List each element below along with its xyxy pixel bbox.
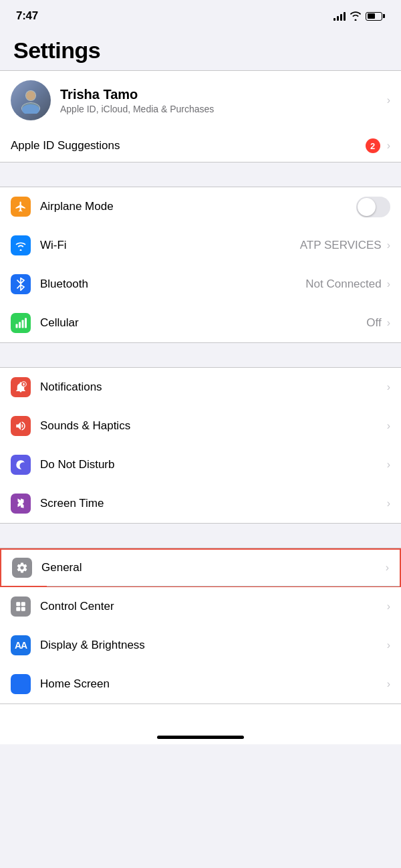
airplane-mode-toggle[interactable] xyxy=(356,197,390,217)
cellular-icon xyxy=(11,313,31,333)
do-not-disturb-chevron-icon: › xyxy=(387,459,390,471)
general-chevron-icon: › xyxy=(386,562,389,574)
do-not-disturb-icon xyxy=(11,455,31,475)
control-center-label: Control Center xyxy=(40,600,386,613)
bluetooth-label: Bluetooth xyxy=(40,278,305,291)
control-center-icon xyxy=(11,596,31,617)
wifi-value: ATP SERVICES xyxy=(300,239,382,252)
cellular-label: Cellular xyxy=(40,316,366,330)
sounds-haptics-chevron-icon: › xyxy=(387,420,390,432)
bluetooth-value: Not Connected xyxy=(305,278,381,291)
spacer-2 xyxy=(0,343,401,367)
airplane-mode-label: Airplane Mode xyxy=(40,200,356,213)
display-brightness-label: Display & Brightness xyxy=(40,639,386,652)
status-icons xyxy=(333,11,385,21)
control-center-chevron-icon: › xyxy=(387,601,390,613)
home-screen-chevron-icon: › xyxy=(387,678,390,690)
bluetooth-chevron-icon: › xyxy=(387,278,390,290)
screen-time-chevron-icon: › xyxy=(387,498,390,510)
home-screen-icon xyxy=(11,674,31,694)
screen-time-icon xyxy=(11,494,31,514)
profile-name: Trisha Tamo xyxy=(60,87,386,102)
wifi-chevron-icon: › xyxy=(387,239,390,251)
airplane-mode-icon xyxy=(11,197,31,217)
cellular-row[interactable]: Cellular Off › xyxy=(0,304,401,342)
apple-id-suggestions-label: Apple ID Suggestions xyxy=(11,139,366,152)
connectivity-group: Airplane Mode Wi-Fi ATP SERVICES › Bluet… xyxy=(0,187,401,343)
general-row[interactable]: General › xyxy=(0,548,401,587)
sounds-haptics-label: Sounds & Haptics xyxy=(40,419,386,433)
avatar xyxy=(11,80,51,120)
spacer-3 xyxy=(0,524,401,548)
svg-rect-15 xyxy=(21,607,25,611)
sounds-haptics-row[interactable]: Sounds & Haptics › xyxy=(0,407,401,445)
svg-rect-11 xyxy=(23,383,24,386)
home-screen-row[interactable]: Home Screen › xyxy=(0,665,401,703)
svg-point-4 xyxy=(26,91,35,100)
bluetooth-icon xyxy=(11,274,31,294)
do-not-disturb-row[interactable]: Do Not Disturb › xyxy=(0,445,401,484)
display-brightness-icon: AA xyxy=(11,635,31,655)
cellular-value: Off xyxy=(366,316,381,330)
screen-time-label: Screen Time xyxy=(40,497,386,510)
apple-id-badge: 2 xyxy=(366,138,380,153)
signal-strength-icon xyxy=(333,11,346,21)
suggestions-chevron-icon: › xyxy=(387,140,390,152)
wifi-settings-icon xyxy=(11,235,31,255)
svg-rect-13 xyxy=(21,602,25,606)
control-center-row[interactable]: Control Center › xyxy=(0,587,401,626)
notifications-chevron-icon: › xyxy=(387,381,390,393)
page-title: Settings xyxy=(13,37,388,64)
profile-group: Trisha Tamo Apple ID, iCloud, Media & Pu… xyxy=(0,70,401,162)
home-screen-label: Home Screen xyxy=(40,677,386,691)
svg-rect-9 xyxy=(25,318,27,328)
status-time: 7:47 xyxy=(16,9,38,23)
cellular-chevron-icon: › xyxy=(387,317,390,329)
status-bar: 7:47 xyxy=(0,0,401,27)
home-indicator-bar xyxy=(157,736,244,739)
general-icon xyxy=(12,558,32,578)
battery-icon xyxy=(366,12,385,21)
svg-rect-6 xyxy=(16,324,18,328)
general-group: General › Control Center › AA Display & … xyxy=(0,548,401,704)
spacer-1 xyxy=(0,162,401,187)
screen-time-row[interactable]: Screen Time › xyxy=(0,484,401,523)
home-indicator-area xyxy=(0,704,401,744)
svg-rect-12 xyxy=(16,602,20,606)
bluetooth-row[interactable]: Bluetooth Not Connected › xyxy=(0,265,401,304)
profile-row[interactable]: Trisha Tamo Apple ID, iCloud, Media & Pu… xyxy=(0,71,401,130)
airplane-mode-row[interactable]: Airplane Mode xyxy=(0,187,401,226)
general-label: General xyxy=(41,561,384,574)
notifications-label: Notifications xyxy=(40,381,386,394)
svg-rect-7 xyxy=(19,322,21,328)
profile-chevron-icon: › xyxy=(387,94,390,106)
wifi-icon xyxy=(350,11,362,21)
svg-rect-8 xyxy=(22,320,24,328)
profile-info: Trisha Tamo Apple ID, iCloud, Media & Pu… xyxy=(60,87,386,114)
notifications-icon xyxy=(11,377,31,397)
display-brightness-row[interactable]: AA Display & Brightness › xyxy=(0,626,401,665)
notifications-row[interactable]: Notifications › xyxy=(0,368,401,407)
notifications-group: Notifications › Sounds & Haptics › Do No… xyxy=(0,367,401,524)
page-title-section: Settings xyxy=(0,27,401,70)
wifi-row[interactable]: Wi-Fi ATP SERVICES › xyxy=(0,226,401,265)
svg-rect-14 xyxy=(16,607,20,611)
display-brightness-chevron-icon: › xyxy=(387,639,390,651)
apple-id-suggestions-row[interactable]: Apple ID Suggestions 2 › xyxy=(0,130,401,162)
wifi-label: Wi-Fi xyxy=(40,239,300,252)
sounds-haptics-icon xyxy=(11,416,31,436)
do-not-disturb-label: Do Not Disturb xyxy=(40,458,386,471)
profile-subtitle: Apple ID, iCloud, Media & Purchases xyxy=(60,104,386,114)
